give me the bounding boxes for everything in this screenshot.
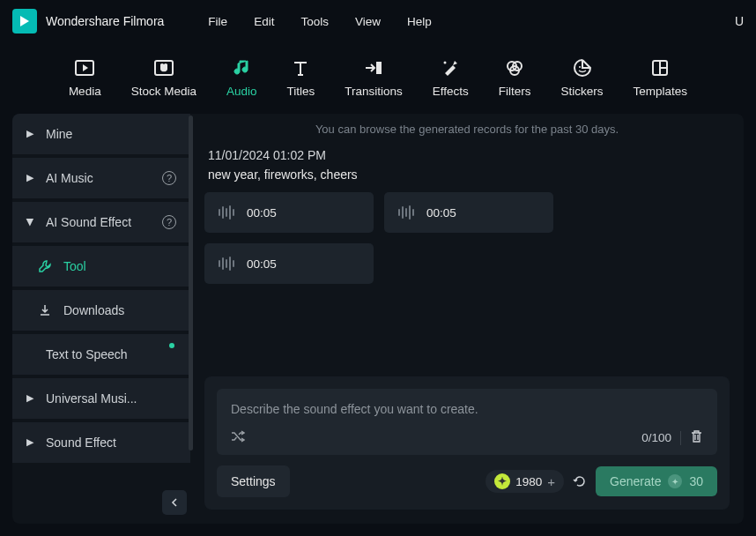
menu-edit[interactable]: Edit	[254, 15, 274, 28]
chevron-right-icon: ▶	[26, 172, 33, 183]
filters-icon	[505, 58, 524, 78]
char-counter: 0/100	[641, 431, 671, 444]
sidebar-collapse-button[interactable]	[162, 490, 187, 515]
effects-icon	[441, 58, 460, 78]
sidebar-scrollbar[interactable]	[189, 115, 193, 450]
main-pane: You can browse the generated records for…	[190, 114, 744, 524]
menu-tools[interactable]: Tools	[300, 15, 329, 28]
divider	[680, 431, 681, 445]
prompt-box: 0/100	[217, 389, 717, 455]
tab-effects[interactable]: Effects	[433, 58, 469, 98]
tab-templates[interactable]: Templates	[634, 58, 688, 98]
sidebar: ▶ Mine ▶ AI Music ? ▶ AI Sound Effect ? …	[12, 114, 190, 524]
sidebar-sub-tool[interactable]: Tool	[12, 246, 190, 287]
audio-clip[interactable]: 00:05	[204, 192, 374, 233]
add-credits-icon: +	[547, 474, 555, 489]
svg-marker-1	[83, 64, 88, 71]
sidebar-sub-downloads[interactable]: Downloads	[12, 290, 190, 331]
trash-icon[interactable]	[690, 429, 703, 446]
coin-icon: ✦	[494, 473, 510, 489]
waveform-icon	[219, 205, 234, 220]
menu-view[interactable]: View	[355, 15, 381, 28]
info-icon[interactable]: ?	[162, 215, 176, 229]
category-toolbar: Media Stock Media Audio Titles Transitio…	[60, 42, 696, 114]
credits-chip[interactable]: ✦ 1980 +	[485, 470, 564, 493]
waveform-icon	[398, 205, 414, 220]
svg-point-8	[579, 66, 581, 68]
sidebar-item-text-to-speech[interactable]: ▶ Text to Speech	[12, 334, 190, 375]
svg-rect-3	[376, 62, 382, 74]
chevron-right-icon: ▶	[26, 436, 33, 448]
stickers-icon	[573, 58, 592, 78]
tab-stock-media[interactable]: Stock Media	[131, 58, 196, 98]
coin-icon: ✦	[668, 474, 682, 488]
info-icon[interactable]: ?	[162, 171, 176, 185]
stock-media-icon	[154, 58, 174, 78]
sidebar-item-ai-sound-effect[interactable]: ▶ AI Sound Effect ?	[12, 202, 190, 242]
refresh-icon[interactable]	[573, 474, 587, 488]
menu-file[interactable]: File	[208, 15, 227, 28]
menubar: File Edit Tools View Help	[208, 15, 431, 28]
chevron-down-icon: ▶	[25, 218, 36, 225]
chevron-right-icon: ▶	[26, 392, 33, 404]
audio-icon	[232, 58, 251, 78]
generate-panel: 0/100 Settings ✦ 1980 + Generate	[204, 376, 730, 510]
tab-titles[interactable]: Titles	[286, 58, 315, 98]
tab-media[interactable]: Media	[69, 58, 101, 98]
audio-clip[interactable]: 00:05	[204, 243, 374, 284]
tab-filters[interactable]: Filters	[499, 58, 531, 98]
user-indicator[interactable]: U	[735, 14, 744, 28]
titles-icon	[291, 58, 310, 78]
templates-icon	[650, 58, 670, 78]
record-description: new year, fireworks, cheers	[208, 168, 730, 182]
shuffle-icon[interactable]	[231, 430, 245, 445]
menu-help[interactable]: Help	[407, 15, 432, 28]
tab-audio[interactable]: Audio	[226, 58, 257, 98]
action-row: Settings ✦ 1980 + Generate ✦ 30	[217, 465, 717, 497]
sidebar-item-sound-effect[interactable]: ▶ Sound Effect	[12, 422, 190, 463]
clip-list: 00:05 00:05 00:05	[204, 192, 730, 284]
record-timestamp: 11/01/2024 01:02 PM	[208, 148, 730, 162]
prompt-input[interactable]	[231, 402, 703, 416]
content-area: ▶ Mine ▶ AI Music ? ▶ AI Sound Effect ? …	[12, 114, 744, 524]
download-icon	[37, 302, 53, 318]
titlebar: Wondershare Filmora File Edit Tools View…	[0, 0, 756, 42]
sidebar-item-universal-music[interactable]: ▶ Universal Musi...	[12, 378, 190, 419]
tool-icon	[37, 258, 53, 274]
sidebar-item-ai-music[interactable]: ▶ AI Music ?	[12, 158, 190, 198]
hint-text: You can browse the generated records for…	[204, 114, 730, 145]
tab-stickers[interactable]: Stickers	[561, 58, 604, 98]
app-logo	[12, 9, 37, 34]
transitions-icon	[364, 58, 383, 78]
tab-transitions[interactable]: Transitions	[345, 58, 403, 98]
svg-point-4	[444, 62, 447, 64]
sidebar-item-mine[interactable]: ▶ Mine	[12, 114, 190, 154]
media-icon	[75, 58, 94, 78]
audio-clip[interactable]: 00:05	[384, 192, 553, 233]
waveform-icon	[219, 257, 234, 271]
app-title: Wondershare Filmora	[46, 14, 164, 28]
generate-button[interactable]: Generate ✦ 30	[596, 466, 717, 496]
settings-button[interactable]: Settings	[217, 465, 290, 497]
chevron-right-icon: ▶	[26, 128, 33, 139]
new-dot-icon	[169, 343, 174, 348]
